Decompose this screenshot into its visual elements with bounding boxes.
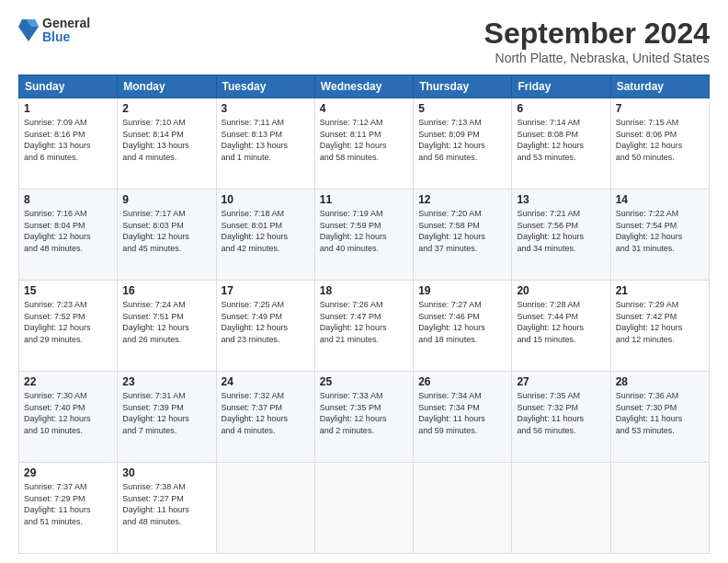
day-number: 17 <box>222 284 310 297</box>
day-number: 22 <box>24 375 112 388</box>
logo-general: General <box>42 17 90 30</box>
day-info: Sunrise: 7:24 AM Sunset: 7:51 PM Dayligh… <box>122 299 210 345</box>
day-info: Sunrise: 7:32 AM Sunset: 7:37 PM Dayligh… <box>222 390 310 436</box>
day-info: Sunrise: 7:34 AM Sunset: 7:34 PM Dayligh… <box>418 390 506 436</box>
day-number: 26 <box>418 375 506 388</box>
day-info: Sunrise: 7:12 AM Sunset: 8:11 PM Dayligh… <box>320 117 408 163</box>
calendar-week-4: 22Sunrise: 7:30 AM Sunset: 7:40 PM Dayli… <box>19 372 710 463</box>
calendar-cell: 8Sunrise: 7:16 AM Sunset: 8:04 PM Daylig… <box>19 190 118 281</box>
month-title: September 2024 <box>484 17 710 51</box>
day-info: Sunrise: 7:36 AM Sunset: 7:30 PM Dayligh… <box>616 390 704 436</box>
day-number: 15 <box>24 284 112 297</box>
day-number: 3 <box>222 102 310 115</box>
calendar-cell: 9Sunrise: 7:17 AM Sunset: 8:03 PM Daylig… <box>118 190 216 281</box>
day-number: 14 <box>616 193 704 206</box>
calendar-cell: 30Sunrise: 7:38 AM Sunset: 7:27 PM Dayli… <box>118 463 216 554</box>
day-info: Sunrise: 7:26 AM Sunset: 7:47 PM Dayligh… <box>320 299 408 345</box>
day-info: Sunrise: 7:17 AM Sunset: 8:03 PM Dayligh… <box>122 208 210 254</box>
header-row: Sunday Monday Tuesday Wednesday Thursday… <box>19 75 710 98</box>
calendar-cell: 7Sunrise: 7:15 AM Sunset: 8:06 PM Daylig… <box>610 98 709 190</box>
day-info: Sunrise: 7:38 AM Sunset: 7:27 PM Dayligh… <box>122 481 210 527</box>
day-number: 9 <box>122 193 210 206</box>
calendar-cell: 14Sunrise: 7:22 AM Sunset: 7:54 PM Dayli… <box>610 190 709 281</box>
logo-text: General Blue <box>42 17 90 45</box>
calendar-cell: 11Sunrise: 7:19 AM Sunset: 7:59 PM Dayli… <box>314 190 413 281</box>
day-info: Sunrise: 7:13 AM Sunset: 8:09 PM Dayligh… <box>418 117 506 163</box>
calendar-cell: 23Sunrise: 7:31 AM Sunset: 7:39 PM Dayli… <box>118 372 216 463</box>
calendar-cell: 4Sunrise: 7:12 AM Sunset: 8:11 PM Daylig… <box>314 98 413 190</box>
day-number: 28 <box>616 375 704 388</box>
calendar-cell: 27Sunrise: 7:35 AM Sunset: 7:32 PM Dayli… <box>512 372 610 463</box>
day-info: Sunrise: 7:19 AM Sunset: 7:59 PM Dayligh… <box>320 208 408 254</box>
col-saturday: Saturday <box>610 75 709 98</box>
day-info: Sunrise: 7:20 AM Sunset: 7:58 PM Dayligh… <box>418 208 506 254</box>
day-number: 29 <box>24 466 112 479</box>
calendar-cell: 22Sunrise: 7:30 AM Sunset: 7:40 PM Dayli… <box>19 372 118 463</box>
day-number: 27 <box>517 375 605 388</box>
calendar-body: 1Sunrise: 7:09 AM Sunset: 8:16 PM Daylig… <box>19 98 710 554</box>
page: General Blue September 2024 North Platte… <box>0 0 728 563</box>
day-info: Sunrise: 7:18 AM Sunset: 8:01 PM Dayligh… <box>222 208 310 254</box>
calendar-cell: 19Sunrise: 7:27 AM Sunset: 7:46 PM Dayli… <box>414 281 512 372</box>
day-info: Sunrise: 7:09 AM Sunset: 8:16 PM Dayligh… <box>24 117 112 163</box>
calendar-cell: 17Sunrise: 7:25 AM Sunset: 7:49 PM Dayli… <box>216 281 314 372</box>
calendar-week-1: 1Sunrise: 7:09 AM Sunset: 8:16 PM Daylig… <box>19 98 710 190</box>
col-tuesday: Tuesday <box>216 75 314 98</box>
calendar-cell <box>314 463 413 554</box>
calendar-cell: 21Sunrise: 7:29 AM Sunset: 7:42 PM Dayli… <box>610 281 709 372</box>
col-monday: Monday <box>118 75 216 98</box>
calendar: Sunday Monday Tuesday Wednesday Thursday… <box>18 75 710 554</box>
day-info: Sunrise: 7:10 AM Sunset: 8:14 PM Dayligh… <box>122 117 210 163</box>
calendar-cell: 20Sunrise: 7:28 AM Sunset: 7:44 PM Dayli… <box>512 281 610 372</box>
col-wednesday: Wednesday <box>314 75 413 98</box>
col-sunday: Sunday <box>19 75 118 98</box>
day-number: 5 <box>418 102 506 115</box>
calendar-cell: 15Sunrise: 7:23 AM Sunset: 7:52 PM Dayli… <box>19 281 118 372</box>
col-thursday: Thursday <box>414 75 512 98</box>
calendar-cell <box>216 463 314 554</box>
calendar-cell: 29Sunrise: 7:37 AM Sunset: 7:29 PM Dayli… <box>19 463 118 554</box>
day-number: 30 <box>122 466 210 479</box>
day-info: Sunrise: 7:23 AM Sunset: 7:52 PM Dayligh… <box>24 299 112 345</box>
calendar-cell <box>610 463 709 554</box>
day-number: 1 <box>24 102 112 115</box>
day-info: Sunrise: 7:15 AM Sunset: 8:06 PM Dayligh… <box>616 117 704 163</box>
calendar-cell: 10Sunrise: 7:18 AM Sunset: 8:01 PM Dayli… <box>216 190 314 281</box>
calendar-cell: 2Sunrise: 7:10 AM Sunset: 8:14 PM Daylig… <box>118 98 216 190</box>
day-info: Sunrise: 7:33 AM Sunset: 7:35 PM Dayligh… <box>320 390 408 436</box>
day-number: 13 <box>517 193 605 206</box>
day-number: 11 <box>320 193 408 206</box>
day-number: 4 <box>320 102 408 115</box>
day-info: Sunrise: 7:14 AM Sunset: 8:08 PM Dayligh… <box>517 117 605 163</box>
day-number: 18 <box>320 284 408 297</box>
logo-icon <box>18 17 39 43</box>
logo-blue: Blue <box>42 30 90 44</box>
calendar-cell: 26Sunrise: 7:34 AM Sunset: 7:34 PM Dayli… <box>414 372 512 463</box>
day-number: 10 <box>222 193 310 206</box>
calendar-header: Sunday Monday Tuesday Wednesday Thursday… <box>19 75 710 98</box>
calendar-cell: 28Sunrise: 7:36 AM Sunset: 7:30 PM Dayli… <box>610 372 709 463</box>
calendar-cell <box>414 463 512 554</box>
day-number: 24 <box>222 375 310 388</box>
day-info: Sunrise: 7:31 AM Sunset: 7:39 PM Dayligh… <box>122 390 210 436</box>
day-number: 19 <box>418 284 506 297</box>
day-number: 8 <box>24 193 112 206</box>
title-block: September 2024 North Platte, Nebraska, U… <box>484 17 710 65</box>
day-info: Sunrise: 7:22 AM Sunset: 7:54 PM Dayligh… <box>616 208 704 254</box>
day-number: 20 <box>517 284 605 297</box>
day-number: 25 <box>320 375 408 388</box>
calendar-cell: 13Sunrise: 7:21 AM Sunset: 7:56 PM Dayli… <box>512 190 610 281</box>
calendar-week-5: 29Sunrise: 7:37 AM Sunset: 7:29 PM Dayli… <box>19 463 710 554</box>
calendar-cell: 5Sunrise: 7:13 AM Sunset: 8:09 PM Daylig… <box>414 98 512 190</box>
day-info: Sunrise: 7:16 AM Sunset: 8:04 PM Dayligh… <box>24 208 112 254</box>
day-number: 16 <box>122 284 210 297</box>
calendar-cell: 3Sunrise: 7:11 AM Sunset: 8:13 PM Daylig… <box>216 98 314 190</box>
col-friday: Friday <box>512 75 610 98</box>
day-number: 7 <box>616 102 704 115</box>
day-number: 12 <box>418 193 506 206</box>
day-info: Sunrise: 7:37 AM Sunset: 7:29 PM Dayligh… <box>24 481 112 527</box>
calendar-cell: 12Sunrise: 7:20 AM Sunset: 7:58 PM Dayli… <box>414 190 512 281</box>
day-info: Sunrise: 7:35 AM Sunset: 7:32 PM Dayligh… <box>517 390 605 436</box>
calendar-week-3: 15Sunrise: 7:23 AM Sunset: 7:52 PM Dayli… <box>19 281 710 372</box>
day-info: Sunrise: 7:30 AM Sunset: 7:40 PM Dayligh… <box>24 390 112 436</box>
